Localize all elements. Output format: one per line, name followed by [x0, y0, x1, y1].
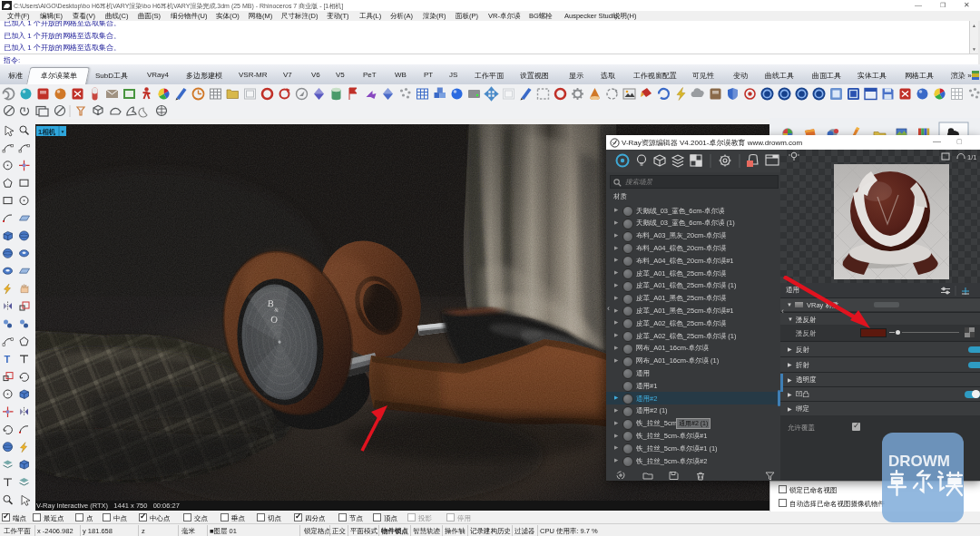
svg-text:V-Ray Interactive (RTX) 1441: V-Ray Interactive (RTX) 1441 x 750 00:06…	[36, 502, 180, 510]
svg-text:▼: ▼	[61, 129, 65, 134]
svg-text:1相机: 1相机	[38, 128, 56, 136]
svg-text:1/1: 1/1	[967, 153, 976, 161]
svg-text:T: T	[5, 354, 11, 365]
